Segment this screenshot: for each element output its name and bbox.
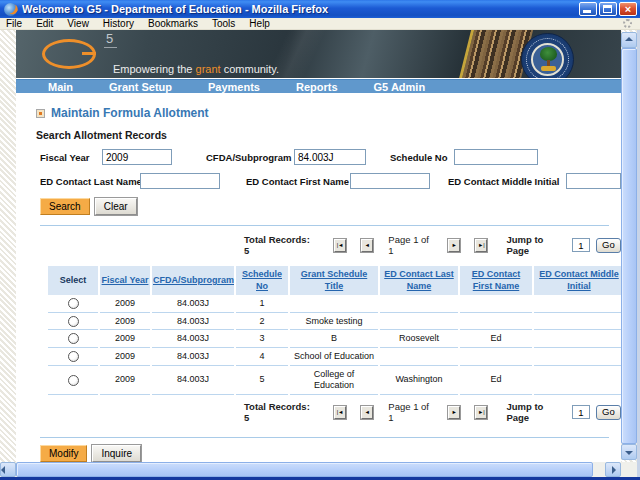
table-row: 2009 84.003J 5 College of Education Wash…	[48, 366, 624, 395]
horizontal-scrollbar[interactable]	[0, 462, 621, 477]
menu-view[interactable]: View	[60, 18, 96, 29]
search-section-title: Search Allotment Records	[36, 129, 621, 141]
row-1-select-radio[interactable]	[68, 298, 79, 309]
menu-help[interactable]: Help	[242, 18, 277, 29]
menu-edit[interactable]: Edit	[29, 18, 60, 29]
header-cfda-subprogram[interactable]: CFDA/Subprogram	[152, 266, 234, 295]
header-ed-contact-middle-initial[interactable]: ED Contact Middle Initial	[534, 266, 624, 295]
g5-logo	[42, 39, 96, 69]
seal-tree-icon	[540, 47, 557, 61]
last-page-button[interactable]: ►|	[475, 239, 487, 252]
header-select: Select	[48, 266, 98, 295]
maintain-formula-allotment-page: Maintain Formula Allotment Search Allotm…	[16, 93, 621, 462]
total-records-label: Total Records: 5	[244, 234, 312, 256]
table-row: 2009 84.003J 3 B Roosevelt Ed	[48, 330, 624, 348]
next-page-button[interactable]: ►	[448, 239, 460, 252]
table-row: 2009 84.003J 1	[48, 295, 624, 313]
row-2-select-radio[interactable]	[68, 316, 79, 327]
divider-top	[40, 225, 609, 226]
search-form-row-1: Fiscal Year CFDA/Subprogram Schedule No	[36, 149, 621, 165]
scrollbar-corner	[621, 462, 637, 477]
maximize-icon	[603, 5, 612, 13]
row-5-select-radio[interactable]	[68, 375, 79, 386]
cfda-subprogram-input[interactable]	[294, 149, 366, 165]
first-page-button[interactable]: |◄	[334, 239, 346, 252]
cfda-subprogram-label: CFDA/Subprogram	[206, 152, 294, 163]
header-fiscal-year[interactable]: Fiscal Year	[100, 266, 150, 295]
ed-contact-last-name-input[interactable]	[140, 173, 220, 189]
title-bar: Welcome to G5 - Department of Education …	[0, 0, 640, 18]
schedule-no-input[interactable]	[454, 149, 538, 165]
nav-g5-admin[interactable]: G5 Admin	[374, 81, 426, 93]
scroll-left-button[interactable]	[0, 462, 16, 477]
ed-contact-middle-initial-input[interactable]	[566, 173, 621, 189]
ed-contact-first-name-label: ED Contact First Name	[246, 176, 350, 187]
ed-contact-last-name-label: ED Contact Last Name	[40, 176, 140, 187]
header-ed-contact-last-name[interactable]: ED Contact Last Name	[380, 266, 458, 295]
jump-to-page-label: Jump to Page	[506, 401, 563, 423]
page-title-icon	[36, 109, 45, 118]
allotment-results-table: Select Fiscal Year CFDA/Subprogram Sched…	[46, 266, 626, 395]
arrow-down-icon	[625, 451, 633, 455]
search-button[interactable]: Search	[40, 198, 90, 215]
table-header-row: Select Fiscal Year CFDA/Subprogram Sched…	[48, 266, 624, 295]
previous-page-button[interactable]: ◄	[361, 406, 373, 419]
vertical-scrollbar[interactable]	[621, 32, 637, 460]
jump-to-page-input[interactable]	[572, 405, 590, 419]
nav-main[interactable]: Main	[48, 81, 73, 93]
menu-bookmarks[interactable]: Bookmarks	[141, 18, 205, 29]
ed-contact-first-name-input[interactable]	[350, 173, 430, 189]
arrow-right-icon	[612, 466, 616, 474]
previous-page-button[interactable]: ◄	[361, 239, 373, 252]
close-button[interactable]: ×	[619, 2, 637, 16]
search-form-row-2: ED Contact Last Name ED Contact First Na…	[36, 173, 621, 189]
throbber-icon	[623, 19, 632, 28]
window-title: Welcome to G5 - Department of Education …	[22, 3, 579, 15]
scroll-up-button[interactable]	[621, 32, 637, 48]
pagination-bar-bottom: Total Records: 5 |◄ ◄ Page 1 of 1 ► ►| J…	[36, 401, 621, 423]
firefox-icon	[4, 3, 17, 16]
header-grant-schedule-title[interactable]: Grant Schedule Title	[290, 266, 378, 295]
pagination-bar-top: Total Records: 5 |◄ ◄ Page 1 of 1 ► ►| J…	[36, 234, 621, 256]
jump-to-page-input[interactable]	[572, 238, 590, 252]
arrow-up-icon	[625, 37, 633, 41]
scroll-right-button[interactable]	[605, 462, 621, 477]
banner-tagline: Empowering the grant community.	[113, 63, 279, 75]
ed-contact-middle-initial-label: ED Contact Middle Initial	[448, 176, 566, 187]
row-3-select-radio[interactable]	[68, 333, 79, 344]
inquire-button[interactable]: Inquire	[92, 445, 141, 462]
menu-file[interactable]: File	[0, 18, 29, 29]
menu-bar: File Edit View History Bookmarks Tools H…	[0, 18, 640, 30]
go-button[interactable]: Go	[596, 238, 621, 253]
clear-button[interactable]: Clear	[95, 198, 137, 215]
header-schedule-no[interactable]: Schedule No	[236, 266, 288, 295]
minimize-button[interactable]	[579, 2, 597, 16]
nav-payments[interactable]: Payments	[208, 81, 260, 93]
fiscal-year-input[interactable]	[102, 149, 172, 165]
horizontal-scrollbar-thumb[interactable]	[16, 462, 593, 477]
nav-reports[interactable]: Reports	[296, 81, 338, 93]
vertical-scrollbar-thumb[interactable]	[621, 48, 637, 444]
main-navigation: Main Grant Setup Payments Reports G5 Adm…	[16, 79, 621, 93]
g5-banner: 5 Empowering the grant community.	[16, 30, 621, 78]
next-page-button[interactable]: ►	[448, 406, 460, 419]
fiscal-year-label: Fiscal Year	[40, 152, 102, 163]
menu-history[interactable]: History	[96, 18, 141, 29]
first-page-button[interactable]: |◄	[334, 406, 346, 419]
browser-window: Welcome to G5 - Department of Education …	[0, 0, 640, 480]
modify-button[interactable]: Modify	[40, 445, 87, 462]
header-ed-contact-first-name[interactable]: ED Contact First Name	[460, 266, 532, 295]
go-button[interactable]: Go	[596, 405, 621, 420]
table-row: 2009 84.003J 4 School of Education	[48, 348, 624, 366]
total-records-label: Total Records: 5	[244, 401, 312, 423]
scroll-down-button[interactable]	[621, 444, 637, 460]
last-page-button[interactable]: ►|	[475, 406, 487, 419]
menu-tools[interactable]: Tools	[205, 18, 242, 29]
page-viewport: 5 Empowering the grant community. Main G…	[0, 30, 640, 462]
page-indicator: Page 1 of 1	[388, 401, 433, 423]
page-content: 5 Empowering the grant community. Main G…	[16, 30, 621, 462]
table-row: 2009 84.003J 2 Smoke testing	[48, 313, 624, 331]
maximize-button[interactable]	[599, 2, 617, 16]
row-4-select-radio[interactable]	[68, 351, 79, 362]
nav-grant-setup[interactable]: Grant Setup	[109, 81, 172, 93]
